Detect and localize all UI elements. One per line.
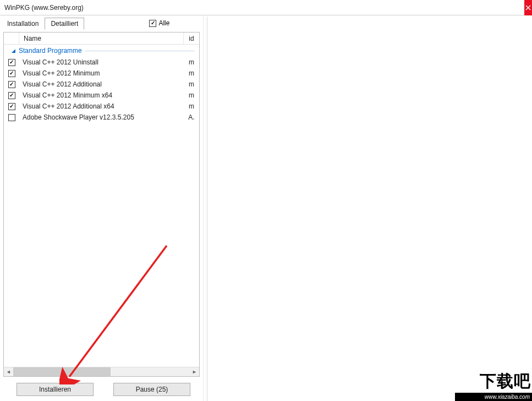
package-list: Name id ◢ Standard Programme Visual C++ … xyxy=(3,32,200,377)
list-item[interactable]: Visual C++ 2012 Additional m xyxy=(4,79,199,90)
alle-label: Alle xyxy=(158,19,169,27)
scroll-right-button[interactable]: ► xyxy=(190,367,199,377)
list-item[interactable]: Visual C++ 2012 Minimum m xyxy=(4,68,199,79)
list-item[interactable]: Visual C++ 2012 Additional x64 m xyxy=(4,101,199,112)
titlebar: WinPKG (www.Sereby.org) xyxy=(0,0,532,15)
list-header: Name id xyxy=(4,32,199,45)
item-id: m xyxy=(184,91,199,99)
item-id: A. xyxy=(184,113,199,121)
content-area: Installation Detailliert Alle Name id ◢ … xyxy=(0,15,532,401)
item-id: m xyxy=(184,80,199,88)
close-button[interactable] xyxy=(524,0,532,15)
install-button[interactable]: Installieren xyxy=(17,383,94,396)
col-name-header[interactable]: Name xyxy=(19,32,184,44)
list-item[interactable]: Adobe Shockwave Player v12.3.5.205 A. xyxy=(4,112,199,123)
col-id-header[interactable]: id xyxy=(184,32,199,44)
list-item[interactable]: Visual C++ 2012 Minimum x64 m xyxy=(4,90,199,101)
item-name: Visual C++ 2012 Minimum x64 xyxy=(19,91,184,99)
button-row: Installieren Pause (25) xyxy=(0,378,203,401)
horizontal-scrollbar[interactable]: ◄ ► xyxy=(4,367,199,376)
tab-detailliert[interactable]: Detailliert xyxy=(45,18,84,30)
checkbox-icon[interactable] xyxy=(8,114,15,121)
pause-button[interactable]: Pause (25) xyxy=(113,383,190,396)
right-panel xyxy=(207,17,532,401)
expand-icon: ◢ xyxy=(12,48,15,53)
item-name: Adobe Shockwave Player v12.3.5.205 xyxy=(19,113,184,121)
alle-checkbox[interactable]: Alle xyxy=(149,19,169,27)
app-window: WinPKG (www.Sereby.org) Installation Det… xyxy=(0,0,532,401)
list-item[interactable]: Visual C++ 2012 Uninstall m xyxy=(4,57,199,68)
scroll-thumb[interactable] xyxy=(13,367,111,377)
item-name: Visual C++ 2012 Minimum xyxy=(19,69,184,77)
item-name: Visual C++ 2012 Additional x64 xyxy=(19,102,184,110)
group-line xyxy=(85,51,195,51)
left-panel: Installation Detailliert Alle Name id ◢ … xyxy=(0,15,204,401)
scroll-track[interactable] xyxy=(13,367,190,377)
close-icon xyxy=(525,5,531,10)
checkbox-icon[interactable] xyxy=(8,92,15,99)
checkbox-icon[interactable] xyxy=(8,81,15,88)
window-title: WinPKG (www.Sereby.org) xyxy=(4,4,84,12)
tab-installation[interactable]: Installation xyxy=(1,18,45,30)
list-body: ◢ Standard Programme Visual C++ 2012 Uni… xyxy=(4,45,199,367)
tab-row: Installation Detailliert Alle xyxy=(0,17,203,30)
col-checkbox[interactable] xyxy=(4,32,19,44)
item-name: Visual C++ 2012 Uninstall xyxy=(19,58,184,66)
item-name: Visual C++ 2012 Additional xyxy=(19,80,184,88)
scroll-left-button[interactable]: ◄ xyxy=(4,367,13,377)
checkbox-icon xyxy=(149,20,156,27)
item-id: m xyxy=(184,69,199,77)
item-id: m xyxy=(184,58,199,66)
checkbox-icon[interactable] xyxy=(8,70,15,77)
item-id: m xyxy=(184,102,199,110)
group-header[interactable]: ◢ Standard Programme xyxy=(4,45,199,57)
checkbox-icon[interactable] xyxy=(8,103,15,110)
checkbox-icon[interactable] xyxy=(8,59,15,66)
group-title: Standard Programme xyxy=(19,47,82,55)
